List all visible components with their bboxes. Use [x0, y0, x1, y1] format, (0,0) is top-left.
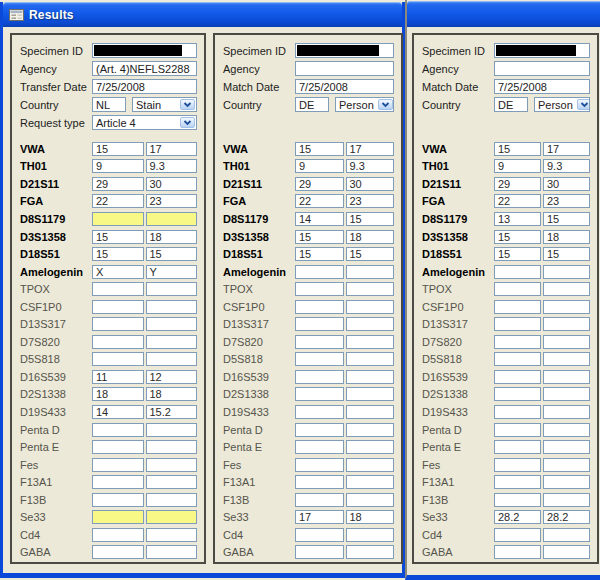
allele-cell[interactable]	[295, 545, 344, 559]
allele-cell[interactable]	[295, 317, 344, 331]
allele-cell[interactable]: 9.3	[346, 159, 395, 173]
allele-cell[interactable]	[146, 440, 198, 454]
allele-cell[interactable]	[295, 300, 344, 314]
allele-cell[interactable]	[346, 335, 395, 349]
allele-cell[interactable]	[92, 440, 144, 454]
allele-cell[interactable]	[295, 387, 344, 401]
allele-cell[interactable]: 22	[92, 194, 144, 208]
allele-cell[interactable]: 17	[146, 142, 198, 156]
match-date-input[interactable]: 7/25/2008	[295, 79, 394, 94]
allele-cell[interactable]	[543, 423, 590, 437]
specimen-id-input[interactable]	[494, 43, 590, 58]
allele-cell[interactable]: X	[92, 265, 144, 279]
allele-cell[interactable]	[494, 405, 541, 419]
allele-cell[interactable]: 15	[295, 247, 344, 261]
allele-cell[interactable]	[295, 458, 344, 472]
allele-cell[interactable]	[295, 265, 344, 279]
allele-cell[interactable]	[494, 423, 541, 437]
allele-cell[interactable]: 15	[494, 230, 541, 244]
allele-cell[interactable]	[346, 493, 395, 507]
allele-cell[interactable]	[295, 423, 344, 437]
allele-cell[interactable]: 17	[295, 510, 344, 524]
allele-cell[interactable]: 15	[146, 247, 198, 261]
allele-cell[interactable]	[92, 352, 144, 366]
allele-cell[interactable]: 29	[92, 177, 144, 191]
allele-cell[interactable]	[494, 370, 541, 384]
allele-cell[interactable]: 11	[92, 370, 144, 384]
allele-cell[interactable]	[543, 300, 590, 314]
allele-cell[interactable]: 30	[346, 177, 395, 191]
allele-cell[interactable]	[543, 352, 590, 366]
allele-cell[interactable]: 28.2	[543, 510, 590, 524]
allele-cell[interactable]	[346, 405, 395, 419]
allele-cell[interactable]	[494, 282, 541, 296]
country-combo[interactable]: Person	[335, 97, 394, 112]
allele-cell[interactable]: 14	[295, 212, 344, 226]
request-type-combo[interactable]: Article 4	[92, 115, 197, 130]
allele-cell[interactable]: 29	[494, 177, 541, 191]
allele-cell[interactable]	[494, 493, 541, 507]
allele-cell[interactable]	[346, 545, 395, 559]
allele-cell[interactable]	[543, 493, 590, 507]
allele-cell[interactable]: 30	[146, 177, 198, 191]
allele-cell[interactable]: 13	[494, 212, 541, 226]
allele-cell[interactable]	[543, 405, 590, 419]
allele-cell[interactable]: 22	[494, 194, 541, 208]
allele-cell[interactable]	[295, 335, 344, 349]
country-combo[interactable]: Stain	[132, 97, 197, 112]
allele-cell[interactable]	[543, 265, 590, 279]
allele-cell[interactable]	[295, 440, 344, 454]
allele-cell[interactable]	[346, 440, 395, 454]
country-code-input[interactable]: DE	[295, 97, 329, 112]
allele-cell[interactable]	[346, 265, 395, 279]
allele-cell[interactable]	[92, 510, 144, 524]
allele-cell[interactable]: 9	[295, 159, 344, 173]
allele-cell[interactable]	[146, 300, 198, 314]
allele-cell[interactable]: Y	[146, 265, 198, 279]
allele-cell[interactable]	[92, 423, 144, 437]
allele-cell[interactable]	[494, 265, 541, 279]
allele-cell[interactable]	[146, 352, 198, 366]
allele-cell[interactable]	[494, 335, 541, 349]
results-titlebar[interactable]: Results	[3, 2, 402, 27]
allele-cell[interactable]	[543, 370, 590, 384]
allele-cell[interactable]	[295, 405, 344, 419]
allele-cell[interactable]	[543, 317, 590, 331]
allele-cell[interactable]	[543, 387, 590, 401]
allele-cell[interactable]	[346, 317, 395, 331]
allele-cell[interactable]	[494, 528, 541, 542]
allele-cell[interactable]	[146, 493, 198, 507]
allele-cell[interactable]	[543, 335, 590, 349]
dropdown-button[interactable]	[577, 99, 590, 110]
allele-cell[interactable]: 18	[346, 230, 395, 244]
allele-cell[interactable]	[543, 545, 590, 559]
allele-cell[interactable]	[494, 475, 541, 489]
allele-cell[interactable]	[346, 352, 395, 366]
allele-cell[interactable]	[295, 475, 344, 489]
allele-cell[interactable]: 29	[295, 177, 344, 191]
allele-cell[interactable]	[494, 317, 541, 331]
agency-input[interactable]	[494, 61, 590, 76]
allele-cell[interactable]: 23	[543, 194, 590, 208]
allele-cell[interactable]	[346, 528, 395, 542]
specimen-id-input[interactable]	[295, 43, 394, 58]
allele-cell[interactable]	[346, 300, 395, 314]
allele-cell[interactable]	[146, 335, 198, 349]
country-code-input[interactable]: NL	[92, 97, 126, 112]
allele-cell[interactable]: 22	[295, 194, 344, 208]
allele-cell[interactable]	[543, 458, 590, 472]
allele-cell[interactable]	[346, 458, 395, 472]
allele-cell[interactable]	[92, 528, 144, 542]
allele-cell[interactable]: 28.2	[494, 510, 541, 524]
allele-cell[interactable]: 15	[543, 247, 590, 261]
allele-cell[interactable]	[146, 545, 198, 559]
agency-input[interactable]	[295, 61, 394, 76]
country-combo[interactable]: Person	[534, 97, 590, 112]
allele-cell[interactable]	[92, 317, 144, 331]
allele-cell[interactable]	[146, 458, 198, 472]
allele-cell[interactable]: 15	[346, 247, 395, 261]
allele-cell[interactable]: 12	[146, 370, 198, 384]
allele-cell[interactable]	[494, 352, 541, 366]
allele-cell[interactable]	[346, 282, 395, 296]
allele-cell[interactable]: 15	[543, 212, 590, 226]
